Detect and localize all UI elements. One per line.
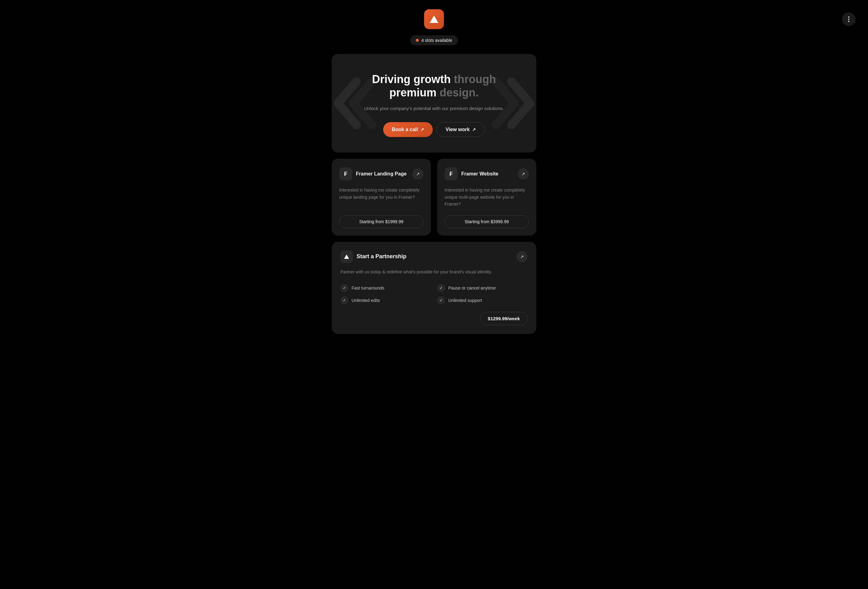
- hero-title: Driving growth through premium design.: [344, 72, 524, 99]
- hero-title-bold1: Driving growth: [372, 73, 454, 86]
- logo: [424, 9, 444, 29]
- view-work-label: View work: [446, 127, 469, 132]
- framer-f-icon: ₣: [344, 171, 347, 177]
- check-icon-pause: ✓: [437, 284, 445, 292]
- book-call-button[interactable]: Book a call ↗: [383, 122, 433, 137]
- feature-fast-label: Fast turnarounds: [351, 285, 384, 291]
- framer-icon-website: ₣: [444, 167, 458, 180]
- check-icon-support: ✓: [437, 296, 445, 304]
- menu-icon: [848, 16, 849, 22]
- partnership-logo-icon: [340, 251, 353, 263]
- feature-fast-turnarounds: ✓ Fast turnarounds: [340, 284, 431, 292]
- card-header-landing: ₣ Framer Landing Page ↗: [339, 167, 424, 180]
- website-card-title: Framer Website: [461, 171, 499, 177]
- website-card-desc: Interested in having me create completel…: [444, 187, 529, 207]
- partnership-external-button[interactable]: ↗: [517, 251, 528, 262]
- hero-subtitle: Unlock your company's potential with our…: [344, 105, 524, 112]
- hero-title-bold2: premium: [389, 86, 440, 99]
- landing-card-desc: Interested in having me create completel…: [339, 187, 424, 207]
- arrow-up-right-icon-2: ↗: [472, 127, 476, 132]
- partnership-desc: Partner with us today & redefine what's …: [340, 269, 528, 275]
- website-price-button[interactable]: Starting from $3999.99: [444, 215, 529, 228]
- feature-pause-label: Pause or cancel anytime: [448, 285, 496, 291]
- slots-text: 4 slots available: [421, 38, 452, 43]
- view-work-button[interactable]: View work ↗: [437, 122, 485, 137]
- service-cards-row: ₣ Framer Landing Page ↗ Interested in ha…: [332, 159, 536, 235]
- book-call-label: Book a call: [392, 127, 418, 132]
- feature-edits-label: Unlimited edits: [351, 298, 380, 303]
- landing-price-button[interactable]: Starting from $1999.99: [339, 215, 424, 228]
- partnership-card: Start a Partnership ↗ Partner with us to…: [332, 242, 536, 334]
- feature-unlimited-edits: ✓ Unlimited edits: [340, 296, 431, 304]
- framer-f-icon-2: ₣: [450, 171, 453, 177]
- landing-card-title: Framer Landing Page: [356, 171, 407, 177]
- feature-pause-cancel: ✓ Pause or cancel anytime: [437, 284, 528, 292]
- header: [6, 9, 862, 29]
- feature-support-label: Unlimited support: [448, 298, 482, 303]
- slots-dot-icon: [416, 39, 419, 42]
- menu-button[interactable]: [842, 12, 856, 26]
- partnership-footer: $1299.99/week: [340, 312, 528, 325]
- card-header-left-landing: ₣ Framer Landing Page: [339, 167, 407, 180]
- check-icon-fast: ✓: [340, 284, 348, 292]
- triangle-icon: [344, 254, 349, 259]
- partnership-price-button[interactable]: $1299.99/week: [480, 312, 528, 325]
- card-header-website: ₣ Framer Website ↗: [444, 167, 529, 180]
- framer-icon-landing: ₣: [339, 167, 352, 180]
- hero-buttons: Book a call ↗ View work ↗: [344, 122, 524, 137]
- feature-unlimited-support: ✓ Unlimited support: [437, 296, 528, 304]
- slots-badge: 4 slots available: [410, 35, 458, 45]
- website-external-button[interactable]: ↗: [518, 168, 529, 180]
- hero-title-dim2: design.: [440, 86, 479, 99]
- partnership-header: Start a Partnership ↗: [340, 251, 528, 263]
- hero-card: Driving growth through premium design. U…: [332, 54, 536, 152]
- check-icon-edits: ✓: [340, 296, 348, 304]
- hero-decoration: [332, 54, 536, 152]
- hero-title-dim1: through: [454, 73, 496, 86]
- service-card-landing: ₣ Framer Landing Page ↗ Interested in ha…: [332, 159, 431, 235]
- logo-triangle-icon: [430, 16, 438, 23]
- partnership-title: Start a Partnership: [356, 253, 406, 260]
- service-card-website: ₣ Framer Website ↗ Interested in having …: [437, 159, 536, 235]
- features-grid: ✓ Fast turnarounds ✓ Pause or cancel any…: [340, 284, 528, 304]
- card-header-left-website: ₣ Framer Website: [444, 167, 499, 180]
- partnership-header-left: Start a Partnership: [340, 251, 406, 263]
- arrow-up-right-icon: ↗: [420, 127, 424, 132]
- landing-external-button[interactable]: ↗: [412, 168, 424, 180]
